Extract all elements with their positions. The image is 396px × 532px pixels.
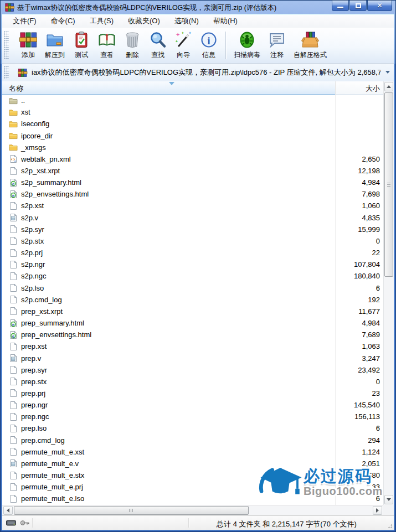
svg-text:i: i [207, 35, 210, 47]
maximize-button[interactable] [349, 1, 367, 11]
resize-grip[interactable] [387, 523, 393, 529]
horizontal-scroll-thumb[interactable] [14, 506, 249, 515]
dropdown-arrow-icon[interactable] [385, 71, 390, 74]
file-icon [9, 424, 18, 433]
comment-button[interactable]: 注释 [264, 30, 290, 60]
file-icon [9, 401, 18, 410]
horizontal-scrollbar[interactable] [2, 505, 383, 515]
file-size: 4,984 [362, 319, 380, 327]
menu-item-5[interactable]: 帮助(H) [206, 14, 245, 28]
file-size: 12,198 [358, 167, 380, 175]
scroll-right-button[interactable] [373, 506, 382, 515]
extract-to-button[interactable]: 解压到 [41, 30, 69, 60]
file-name: s2p.cmd_log [21, 296, 62, 304]
file-name: prep_summary.html [21, 319, 84, 327]
table-row[interactable]: prep.syr23,492 [2, 364, 394, 376]
table-row[interactable]: prep.stx0 [2, 376, 394, 388]
file-name: prep.lso [21, 424, 47, 432]
table-row[interactable]: webtalk_pn.xml2,650 [2, 153, 394, 165]
file-name: s2p.prj [21, 249, 43, 257]
scroll-up-button[interactable] [384, 82, 393, 91]
table-row[interactable]: es2p_envsettings.html7,698 [2, 188, 394, 200]
table-row[interactable]: s2p.prj22 [2, 247, 394, 259]
file-icon [9, 365, 18, 374]
svg-text:✦: ✦ [188, 31, 192, 35]
info-button[interactable]: i信息 [196, 30, 222, 60]
table-row[interactable]: prep.ngr145,540 [2, 399, 394, 411]
scan-virus-icon [238, 31, 256, 49]
minimize-button[interactable] [332, 1, 349, 11]
table-row[interactable]: s2p.syr15,999 [2, 224, 394, 235]
file-icon [9, 471, 18, 480]
menu-item-2[interactable]: 工具(S) [83, 14, 121, 28]
scroll-down-button[interactable] [384, 495, 393, 504]
table-row[interactable]: xst [2, 106, 394, 118]
add-archive-button[interactable]: 添加 [16, 30, 41, 60]
table-row[interactable]: s2p.xst1,060 [2, 200, 394, 211]
vertical-scrollbar[interactable] [383, 81, 394, 505]
delete-button[interactable]: 删除 [120, 30, 145, 60]
toolbar-button-label: 信息 [202, 50, 215, 60]
comment-icon [268, 31, 286, 49]
table-row[interactable]: prep.xst1,063 [2, 340, 394, 352]
file-size: 4,835 [362, 214, 380, 222]
table-row[interactable]: s2p_xst.xrpt12,198 [2, 165, 394, 177]
file-name: prep_xst.xrpt [21, 307, 63, 316]
vertical-scroll-thumb[interactable] [384, 92, 393, 277]
table-row[interactable]: prep.lso6 [2, 422, 394, 434]
close-button[interactable]: ✕ [367, 1, 392, 11]
table-row[interactable]: iseconfig [2, 118, 394, 130]
file-name: prep.cmd_log [21, 436, 65, 445]
file-size: 6 [376, 424, 380, 432]
address-bar[interactable]: iax协议的低密度奇偶校验码LDPC的VERILOG实现，亲测可用.zip\ld… [2, 64, 394, 81]
titlebar[interactable]: 基于wimax协议的低密度奇偶校验码LDPC的VERILOG实现，亲测可用.zi… [0, 0, 396, 14]
table-row[interactable]: prep.cmd_log294 [2, 435, 394, 446]
table-row[interactable]: s2p.cmd_log192 [2, 294, 394, 306]
file-name: s2p.lso [21, 284, 44, 292]
view-file-button[interactable]: 查看 [94, 30, 120, 60]
find-button[interactable]: 查找 [145, 30, 171, 60]
file-name: permute_mult_e.prj [21, 483, 83, 491]
table-row[interactable]: s2p.stx0 [2, 235, 394, 247]
file-name: prep.ngc [21, 412, 49, 421]
wizard-button[interactable]: ✦✦✦✦向导 [171, 30, 196, 60]
toolbar-button-label: 向导 [177, 50, 190, 60]
file-size: 1,124 [362, 448, 380, 456]
view-file-icon [98, 31, 116, 49]
table-row[interactable]: es2p_summary.html4,984 [2, 177, 394, 188]
table-row[interactable]: permute_mult_e.xst1,124 [2, 446, 394, 458]
file-icon [9, 389, 18, 397]
sfx-button[interactable]: 自解压格式 [290, 30, 331, 60]
addressbar-grip[interactable] [4, 66, 9, 79]
table-row[interactable]: s2p.ngc180,840 [2, 270, 394, 282]
table-row[interactable]: s2p.ngr107,804 [2, 259, 394, 270]
table-row[interactable]: .. [2, 95, 394, 106]
table-row[interactable]: ipcore_dir [2, 130, 394, 141]
table-row[interactable]: eprep_summary.html4,984 [2, 317, 394, 329]
table-row[interactable]: _xmsgs [2, 142, 394, 153]
winrar-books-icon[interactable] [5, 3, 14, 12]
menu-item-0[interactable]: 文件(F) [6, 14, 44, 28]
table-row[interactable]: prep.ngc156,113 [2, 411, 394, 422]
table-row[interactable]: prep_xst.xrpt11,677 [2, 306, 394, 317]
key-icon[interactable] [20, 519, 30, 526]
toolbar-grip[interactable] [4, 31, 9, 60]
scan-virus-button[interactable]: 扫描病毒 [230, 30, 264, 60]
table-row[interactable]: eprep_envsettings.html7,689 [2, 329, 394, 340]
scroll-left-button[interactable] [3, 506, 13, 515]
table-row[interactable]: prep.prj23 [2, 388, 394, 399]
file-name: _xmsgs [21, 143, 46, 152]
table-row[interactable]: s2p.lso6 [2, 282, 394, 294]
toolbar-button-label: 注释 [270, 50, 284, 60]
table-row[interactable]: s2p.v4,835 [2, 212, 394, 224]
svg-text:e: e [12, 193, 15, 198]
drive-icon[interactable] [6, 519, 16, 526]
table-row[interactable]: prep.v3,247 [2, 352, 394, 364]
folder-icon [9, 108, 18, 117]
file-size: 23 [372, 389, 380, 397]
test-archive-button[interactable]: 测试 [69, 30, 94, 60]
file-size: 294 [368, 436, 380, 445]
menu-item-1[interactable]: 命令(C) [44, 14, 83, 28]
menu-item-3[interactable]: 收藏夹(O) [121, 14, 167, 28]
menu-item-4[interactable]: 选项(N) [167, 14, 206, 28]
